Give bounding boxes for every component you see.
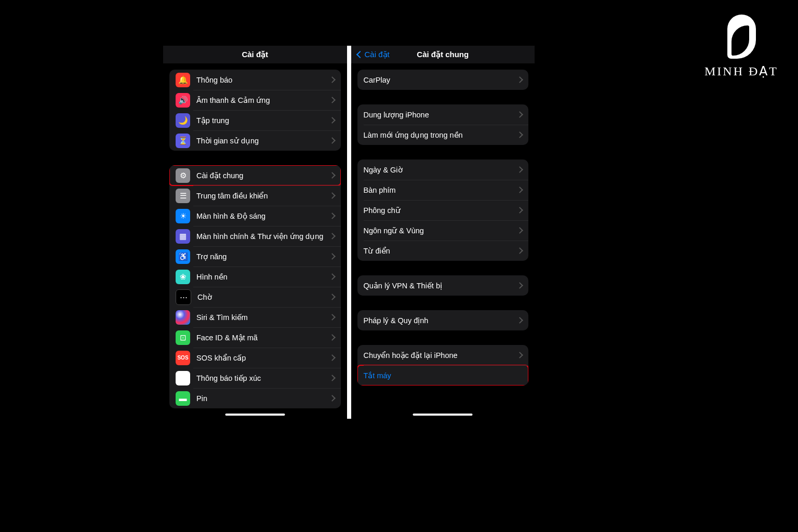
sos-icon: SOS bbox=[176, 351, 190, 365]
row-screentime[interactable]: ⏳Thời gian sử dụng bbox=[169, 130, 341, 151]
row-display[interactable]: ☀Màn hình & Độ sáng bbox=[169, 206, 341, 226]
control-center-icon: ☰ bbox=[176, 189, 190, 203]
row-legal[interactable]: Pháp lý & Quy định bbox=[357, 310, 529, 330]
chevron-right-icon bbox=[329, 314, 336, 321]
chevron-right-icon bbox=[329, 233, 336, 240]
home-screen-label: Màn hình chính & Thư viện ứng dụng bbox=[196, 232, 330, 241]
chevron-right-icon bbox=[329, 354, 336, 361]
chevron-right-icon bbox=[516, 227, 523, 234]
chevron-right-icon bbox=[516, 352, 523, 358]
exposure-icon bbox=[176, 371, 190, 385]
storage-label: Dung lượng iPhone bbox=[364, 111, 518, 119]
control-center-label: Trung tâm điều khiển bbox=[196, 192, 330, 200]
wallpaper-icon: ❀ bbox=[176, 270, 190, 284]
row-faceid[interactable]: ⊡Face ID & Mật mã bbox=[169, 327, 341, 348]
faceid-icon: ⊡ bbox=[176, 330, 190, 345]
background-refresh-label: Làm mới ứng dụng trong nền bbox=[364, 131, 518, 139]
panel-divider bbox=[347, 46, 351, 419]
chevron-right-icon bbox=[329, 137, 336, 144]
date-time-label: Ngày & Giờ bbox=[364, 166, 518, 174]
row-standby[interactable]: ⋯Chờ bbox=[169, 287, 341, 307]
chevron-right-icon bbox=[516, 166, 523, 173]
row-dictionary[interactable]: Từ điển bbox=[357, 241, 529, 261]
accessibility-icon: ♿ bbox=[176, 249, 190, 264]
battery-label: Pin bbox=[196, 394, 330, 403]
siri-label: Siri & Tìm kiếm bbox=[196, 313, 330, 322]
screentime-icon: ⏳ bbox=[176, 134, 190, 148]
right-title: Cài đặt chung bbox=[417, 50, 469, 59]
chevron-right-icon bbox=[329, 192, 336, 199]
chevron-right-icon bbox=[329, 273, 336, 280]
battery-icon: ▬ bbox=[176, 391, 190, 406]
back-label: Cài đặt bbox=[365, 50, 390, 59]
notifications-icon: 🔔 bbox=[176, 73, 190, 87]
row-transfer-reset[interactable]: Chuyển hoặc đặt lại iPhone bbox=[357, 345, 529, 365]
row-keyboard[interactable]: Bàn phím bbox=[357, 180, 529, 200]
carplay-label: CarPlay bbox=[364, 76, 518, 84]
row-control-center[interactable]: ☰Trung tâm điều khiển bbox=[169, 185, 341, 206]
row-battery[interactable]: ▬Pin bbox=[169, 388, 341, 408]
row-date-time[interactable]: Ngày & Giờ bbox=[357, 159, 529, 180]
row-general[interactable]: ⚙Cài đặt chung bbox=[169, 165, 341, 185]
vpn-device-label: Quản lý VPN & Thiết bị bbox=[364, 282, 518, 290]
back-button[interactable]: Cài đặt bbox=[357, 46, 390, 63]
row-sounds[interactable]: 🔊Âm thanh & Cảm ứng bbox=[169, 90, 341, 110]
row-home-screen[interactable]: ▦Màn hình chính & Thư viện ứng dụng bbox=[169, 226, 341, 246]
sos-label: SOS khẩn cấp bbox=[196, 354, 330, 362]
row-background-refresh[interactable]: Làm mới ứng dụng trong nền bbox=[357, 125, 529, 145]
row-sos[interactable]: SOSSOS khẩn cấp bbox=[169, 348, 341, 368]
home-indicator-right[interactable] bbox=[413, 414, 473, 416]
watermark-text: MINH ĐẠT bbox=[704, 64, 778, 78]
sounds-icon: 🔊 bbox=[176, 93, 190, 108]
keyboard-label: Bàn phím bbox=[364, 186, 518, 194]
chevron-right-icon bbox=[329, 97, 336, 103]
chevron-right-icon bbox=[329, 375, 336, 381]
chevron-right-icon bbox=[516, 282, 523, 289]
watermark: MINH ĐẠT bbox=[704, 15, 778, 78]
row-vpn-device[interactable]: Quản lý VPN & Thiết bị bbox=[357, 275, 529, 296]
watermark-logo-icon bbox=[727, 15, 756, 59]
general-icon: ⚙ bbox=[176, 168, 190, 183]
chevron-right-icon bbox=[329, 253, 336, 260]
row-focus[interactable]: 🌙Tập trung bbox=[169, 110, 341, 130]
row-wallpaper[interactable]: ❀Hình nền bbox=[169, 267, 341, 287]
home-screen-icon: ▦ bbox=[176, 229, 190, 244]
left-titlebar: Cài đặt bbox=[163, 46, 347, 63]
chevron-right-icon bbox=[516, 76, 523, 83]
sounds-label: Âm thanh & Cảm ứng bbox=[196, 96, 330, 104]
chevron-right-icon bbox=[329, 76, 336, 83]
fonts-label: Phông chữ bbox=[364, 206, 518, 215]
row-notifications[interactable]: 🔔Thông báo bbox=[169, 70, 341, 90]
chevron-right-icon bbox=[516, 247, 523, 254]
chevron-right-icon bbox=[329, 117, 336, 124]
siri-icon bbox=[176, 310, 190, 325]
screentime-label: Thời gian sử dụng bbox=[196, 137, 330, 145]
focus-icon: 🌙 bbox=[176, 113, 190, 128]
faceid-label: Face ID & Mật mã bbox=[196, 334, 330, 342]
chevron-right-icon bbox=[329, 334, 336, 341]
row-accessibility[interactable]: ♿Trợ năng bbox=[169, 246, 341, 267]
general-label: Cài đặt chung bbox=[196, 171, 330, 180]
chevron-right-icon bbox=[329, 212, 336, 219]
row-shutdown[interactable]: Tắt máy bbox=[357, 365, 529, 385]
focus-label: Tập trung bbox=[196, 116, 330, 125]
chevron-right-icon bbox=[329, 172, 336, 179]
row-carplay[interactable]: CarPlay bbox=[357, 70, 529, 90]
accessibility-label: Trợ năng bbox=[196, 252, 330, 261]
row-siri[interactable]: Siri & Tìm kiếm bbox=[169, 307, 341, 327]
home-indicator-left[interactable] bbox=[225, 414, 285, 416]
chevron-right-icon bbox=[516, 317, 523, 324]
chevron-right-icon bbox=[516, 111, 523, 118]
row-language-region[interactable]: Ngôn ngữ & Vùng bbox=[357, 220, 529, 241]
phone-right: Cài đặt Cài đặt chung CarPlayDung lượng … bbox=[351, 46, 535, 419]
row-exposure[interactable]: Thông báo tiếp xúc bbox=[169, 368, 341, 388]
language-region-label: Ngôn ngữ & Vùng bbox=[364, 227, 518, 235]
chevron-right-icon bbox=[516, 187, 523, 193]
row-fonts[interactable]: Phông chữ bbox=[357, 200, 529, 220]
row-storage[interactable]: Dung lượng iPhone bbox=[357, 104, 529, 125]
display-label: Màn hình & Độ sáng bbox=[196, 212, 330, 220]
standby-label: Chờ bbox=[197, 293, 330, 301]
notifications-label: Thông báo bbox=[196, 76, 330, 84]
chevron-right-icon bbox=[516, 131, 523, 138]
wallpaper-label: Hình nền bbox=[196, 273, 330, 281]
